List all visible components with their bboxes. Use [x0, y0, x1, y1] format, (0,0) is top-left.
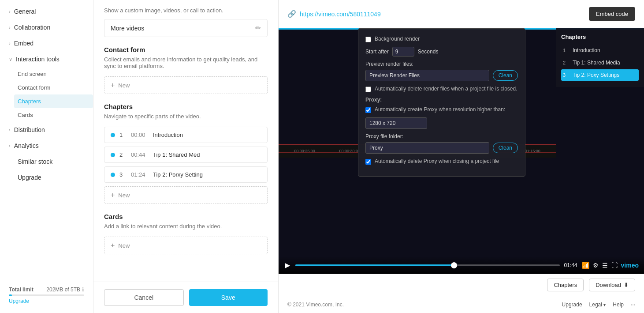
sidebar-footer: Total limit 202MB of 5TB ℹ Upgrade: [0, 281, 93, 309]
storage-progress-fill: [9, 294, 12, 296]
more-icon[interactable]: ···: [631, 302, 635, 308]
page-footer: © 2021 Vimeo.com, Inc. Upgrade Legal ▾ H…: [279, 296, 644, 313]
proxy-resolution-select[interactable]: 1280 x 720: [365, 117, 427, 129]
add-contact-form-button[interactable]: + New: [104, 76, 268, 94]
video-progress-bar[interactable]: [295, 264, 560, 266]
new-label: New: [118, 242, 130, 249]
preview-render-label: Preview render files:: [365, 61, 518, 67]
sidebar-item-upgrade[interactable]: Upgrade: [0, 170, 93, 185]
chapter-title: Tip 2: Porxy Setting: [153, 171, 203, 178]
sidebar-item-label: Distribution: [14, 126, 45, 133]
chapter-dot: [111, 133, 115, 137]
sidebar-item-cards[interactable]: Cards: [18, 108, 93, 122]
footer-legal-link[interactable]: Legal ▾: [589, 302, 606, 308]
start-after-label: Start after: [365, 49, 389, 55]
upgrade-link[interactable]: Upgrade: [9, 298, 84, 304]
progress-dot: [451, 262, 457, 268]
chapter-num: 1: [119, 132, 127, 138]
new-label: New: [118, 82, 130, 89]
cards-section: Cards Add a link to relevant content dur…: [104, 213, 268, 254]
sidebar-item-interaction-tools[interactable]: ∨ Interaction tools: [0, 51, 93, 67]
right-panel: 🔗 https://vimeo.com/580111049 Embed code…: [279, 0, 644, 313]
auto-delete-render-checkbox[interactable]: [365, 87, 371, 92]
proxy-folder-row: Proxy Clean: [365, 142, 518, 154]
sidebar-item-distribution[interactable]: › Distribution: [0, 122, 93, 138]
background-render-checkbox[interactable]: [365, 37, 371, 42]
chapters-action-button[interactable]: Chapters: [547, 279, 584, 291]
play-button[interactable]: ▶: [284, 260, 291, 270]
preview-clean-button[interactable]: Clean: [493, 70, 518, 81]
preview-render-row: Preview Render Files Clean: [365, 70, 518, 81]
embed-code-button[interactable]: Embed code: [589, 7, 635, 21]
chapters-section: Chapters Navigate to specific parts of t…: [104, 103, 268, 204]
auto-delete-render-label: Automatically delete render files when a…: [375, 86, 517, 92]
sidebar-item-analytics[interactable]: › Analytics: [0, 138, 93, 154]
proxy-folder-select[interactable]: Proxy: [365, 142, 489, 154]
chapter-time: 01:24: [131, 171, 149, 178]
middle-panel: Show a custom image, videos, or call to …: [93, 0, 279, 313]
auto-delete-render-row: Automatically delete render files when a…: [365, 86, 518, 92]
sidebar-item-similar-stock[interactable]: Similar stock: [0, 154, 93, 170]
sidebar-item-chapters[interactable]: Chapters: [14, 94, 93, 108]
download-icon: ⬇: [624, 282, 629, 288]
add-card-button[interactable]: + New: [104, 237, 268, 254]
chapter-entry-num: 3: [563, 72, 569, 78]
footer-help-link[interactable]: Help: [613, 302, 624, 308]
interaction-tools-submenu: End screen Contact form Chapters Cards: [0, 67, 93, 122]
preview-render-select[interactable]: Preview Render Files: [365, 70, 489, 81]
chapters-title: Chapters: [104, 103, 268, 110]
proxy-folder-label: Proxy file folder:: [365, 133, 518, 140]
chapter-item-3[interactable]: 3 01:24 Tip 2: Porxy Setting: [104, 166, 268, 183]
chapters-overlay-item-2[interactable]: 2 Tip 1: Shared Media: [561, 57, 639, 68]
auto-delete-proxy-checkbox[interactable]: [365, 159, 371, 165]
start-after-row: Start after Seconds: [365, 47, 518, 57]
chevron-down-icon: ∨: [9, 57, 12, 62]
sidebar-item-label: Upgrade: [18, 174, 41, 181]
expand-icon[interactable]: ⛶: [611, 262, 618, 269]
cancel-button[interactable]: Cancel: [104, 289, 184, 306]
video-actions-bar: Chapters Download ⬇: [279, 274, 644, 296]
render-settings-overlay: Background render Start after Seconds Pr…: [358, 28, 525, 177]
save-button[interactable]: Save: [189, 289, 268, 306]
chapter-title: Introduction: [153, 132, 183, 138]
bars-icon[interactable]: 📶: [582, 262, 589, 269]
start-after-input[interactable]: [392, 47, 414, 57]
add-chapter-button[interactable]: + New: [104, 186, 268, 204]
sidebar-item-label: Analytics: [14, 142, 39, 149]
storage-progress-bar: [9, 294, 84, 296]
sidebar-item-embed[interactable]: › Embed: [0, 35, 93, 51]
chapter-entry-num: 2: [563, 60, 569, 65]
info-icon: ℹ: [82, 287, 84, 293]
video-url-link[interactable]: https://vimeo.com/580111049: [300, 11, 381, 18]
settings-icon[interactable]: ⚙: [593, 262, 599, 269]
video-controls-icons: 📶 ⚙ ☰ ⛶ vimeo: [582, 262, 639, 269]
sidebar-item-contact-form[interactable]: Contact form: [18, 81, 93, 94]
link-icon: 🔗: [287, 10, 296, 18]
chapters-overlay-item-1[interactable]: 1 Introduction: [561, 45, 639, 56]
chevron-right-icon: ›: [9, 25, 11, 30]
download-button[interactable]: Download ⬇: [589, 279, 635, 291]
sidebar-item-label: Similar stock: [18, 158, 52, 165]
auto-proxy-checkbox[interactable]: [365, 107, 371, 113]
chapter-item-1[interactable]: 1 00:00 Introduction: [104, 127, 268, 143]
proxy-clean-button[interactable]: Clean: [493, 143, 518, 153]
list-icon[interactable]: ☰: [602, 262, 608, 269]
footer-upgrade-link[interactable]: Upgrade: [562, 302, 582, 308]
video-timestamp: 01:44: [564, 262, 577, 268]
chapter-num: 3: [119, 171, 127, 178]
plus-icon: +: [111, 191, 115, 199]
vimeo-logo: vimeo: [621, 262, 639, 269]
auto-proxy-label: Automatically create Proxy when resoluti…: [375, 106, 505, 113]
url-left: 🔗 https://vimeo.com/580111049: [287, 10, 381, 18]
plus-icon: +: [111, 241, 115, 249]
edit-icon[interactable]: ✏: [255, 24, 261, 32]
storage-value: 202MB of 5TB: [46, 287, 80, 293]
sidebar-item-end-screen[interactable]: End screen: [18, 67, 93, 81]
middle-footer: Cancel Save: [93, 282, 278, 313]
chapter-item-2[interactable]: 2 00:44 Tip 1: Shared Med: [104, 147, 268, 163]
new-label: New: [118, 192, 130, 199]
chapters-overlay-item-3[interactable]: 3 Tip 2: Poxy Settings: [561, 69, 639, 81]
sidebar-item-general[interactable]: › General: [0, 4, 93, 19]
contact-form-section: Contact form Collect emails and more inf…: [104, 46, 268, 94]
sidebar-item-collaboration[interactable]: › Collaboration: [0, 19, 93, 35]
